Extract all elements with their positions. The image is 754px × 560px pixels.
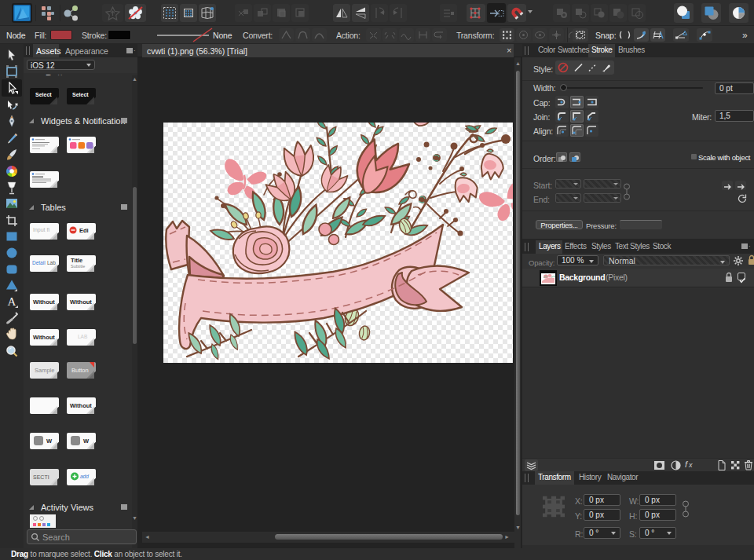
svg-text:A: A xyxy=(8,295,16,308)
